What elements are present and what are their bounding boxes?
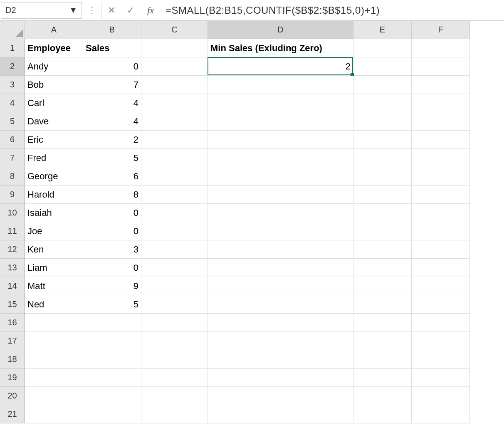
cell-A12[interactable]: Ken — [25, 240, 83, 259]
cell-B17[interactable] — [83, 332, 141, 350]
cell-F13[interactable] — [412, 259, 470, 277]
cell-B4[interactable]: 4 — [83, 94, 141, 112]
cell-F9[interactable] — [412, 186, 470, 204]
cell-D4[interactable] — [208, 94, 353, 112]
row-header-11[interactable]: 11 — [0, 222, 25, 240]
cell-C20[interactable] — [141, 387, 208, 405]
cell-A21[interactable] — [25, 405, 83, 423]
cell-F1[interactable] — [412, 39, 470, 57]
options-icon[interactable]: ⋮ — [82, 2, 101, 19]
cell-D19[interactable] — [208, 369, 353, 387]
cell-B21[interactable] — [83, 405, 141, 423]
cell-C17[interactable] — [141, 332, 208, 350]
cell-F5[interactable] — [412, 112, 470, 131]
cell-C19[interactable] — [141, 369, 208, 387]
cell-D5[interactable] — [208, 112, 353, 131]
cell-B13[interactable]: 0 — [83, 259, 141, 277]
row-header-5[interactable]: 5 — [0, 112, 25, 131]
cell-B7[interactable]: 5 — [83, 149, 141, 167]
cell-A18[interactable] — [25, 350, 83, 369]
cell-A4[interactable]: Carl — [25, 94, 83, 112]
cell-B1[interactable]: Sales — [83, 39, 141, 57]
cell-D17[interactable] — [208, 332, 353, 350]
cell-A11[interactable]: Joe — [25, 222, 83, 240]
cell-D20[interactable] — [208, 387, 353, 405]
row-header-19[interactable]: 19 — [0, 369, 25, 387]
cell-D21[interactable] — [208, 405, 353, 423]
cell-F7[interactable] — [412, 149, 470, 167]
cell-F16[interactable] — [412, 314, 470, 332]
row-header-16[interactable]: 16 — [0, 314, 25, 332]
cell-C21[interactable] — [141, 405, 208, 423]
row-header-17[interactable]: 17 — [0, 332, 25, 350]
row-header-12[interactable]: 12 — [0, 240, 25, 259]
cell-E17[interactable] — [353, 332, 412, 350]
cell-E10[interactable] — [353, 204, 412, 222]
cell-A15[interactable]: Ned — [25, 295, 83, 314]
cell-D3[interactable] — [208, 76, 353, 94]
cell-D14[interactable] — [208, 277, 353, 295]
cell-C13[interactable] — [141, 259, 208, 277]
cell-B2[interactable]: 0 — [83, 57, 141, 76]
cell-A3[interactable]: Bob — [25, 76, 83, 94]
cell-F14[interactable] — [412, 277, 470, 295]
cell-E3[interactable] — [353, 76, 412, 94]
cell-F21[interactable] — [412, 405, 470, 423]
row-header-6[interactable]: 6 — [0, 131, 25, 149]
cell-A17[interactable] — [25, 332, 83, 350]
cell-E21[interactable] — [353, 405, 412, 423]
cell-F17[interactable] — [412, 332, 470, 350]
cell-A8[interactable]: George — [25, 167, 83, 186]
cell-D7[interactable] — [208, 149, 353, 167]
row-header-15[interactable]: 15 — [0, 295, 25, 314]
cell-E13[interactable] — [353, 259, 412, 277]
cell-D2[interactable]: 2 — [208, 57, 353, 76]
cell-B8[interactable]: 6 — [83, 167, 141, 186]
row-header-9[interactable]: 9 — [0, 186, 25, 204]
cell-E5[interactable] — [353, 112, 412, 131]
column-header-E[interactable]: E — [353, 21, 412, 39]
cell-E6[interactable] — [353, 131, 412, 149]
cell-C7[interactable] — [141, 149, 208, 167]
cell-F20[interactable] — [412, 387, 470, 405]
row-header-13[interactable]: 13 — [0, 259, 25, 277]
cell-C14[interactable] — [141, 277, 208, 295]
cell-E12[interactable] — [353, 240, 412, 259]
select-all-corner[interactable] — [0, 21, 25, 39]
cell-A9[interactable]: Harold — [25, 186, 83, 204]
cell-E14[interactable] — [353, 277, 412, 295]
cell-C1[interactable] — [141, 39, 208, 57]
name-box[interactable]: D2 ▼ — [1, 2, 82, 19]
cell-D10[interactable] — [208, 204, 353, 222]
column-header-C[interactable]: C — [141, 21, 208, 39]
cell-F10[interactable] — [412, 204, 470, 222]
cell-D8[interactable] — [208, 167, 353, 186]
cell-F3[interactable] — [412, 76, 470, 94]
cell-F11[interactable] — [412, 222, 470, 240]
formula-input[interactable]: =SMALL(B2:B15,COUNTIF($B$2:$B$15,0)+1) — [161, 2, 504, 19]
cell-F4[interactable] — [412, 94, 470, 112]
cell-A5[interactable]: Dave — [25, 112, 83, 131]
cell-C5[interactable] — [141, 112, 208, 131]
cell-B15[interactable]: 5 — [83, 295, 141, 314]
cell-C12[interactable] — [141, 240, 208, 259]
cell-D15[interactable] — [208, 295, 353, 314]
chevron-down-icon[interactable]: ▼ — [69, 5, 77, 15]
cell-E16[interactable] — [353, 314, 412, 332]
cell-B12[interactable]: 3 — [83, 240, 141, 259]
cell-F19[interactable] — [412, 369, 470, 387]
enter-icon[interactable]: ✓ — [121, 2, 140, 19]
cell-C6[interactable] — [141, 131, 208, 149]
row-header-21[interactable]: 21 — [0, 405, 25, 423]
cell-D1[interactable]: Min Sales (Exluding Zero) — [208, 39, 353, 57]
cell-F12[interactable] — [412, 240, 470, 259]
row-header-7[interactable]: 7 — [0, 149, 25, 167]
fx-icon[interactable]: fx — [140, 5, 161, 16]
cell-D11[interactable] — [208, 222, 353, 240]
cell-E9[interactable] — [353, 186, 412, 204]
cell-A19[interactable] — [25, 369, 83, 387]
row-header-20[interactable]: 20 — [0, 387, 25, 405]
cell-F2[interactable] — [412, 57, 470, 76]
cell-C18[interactable] — [141, 350, 208, 369]
cell-C15[interactable] — [141, 295, 208, 314]
